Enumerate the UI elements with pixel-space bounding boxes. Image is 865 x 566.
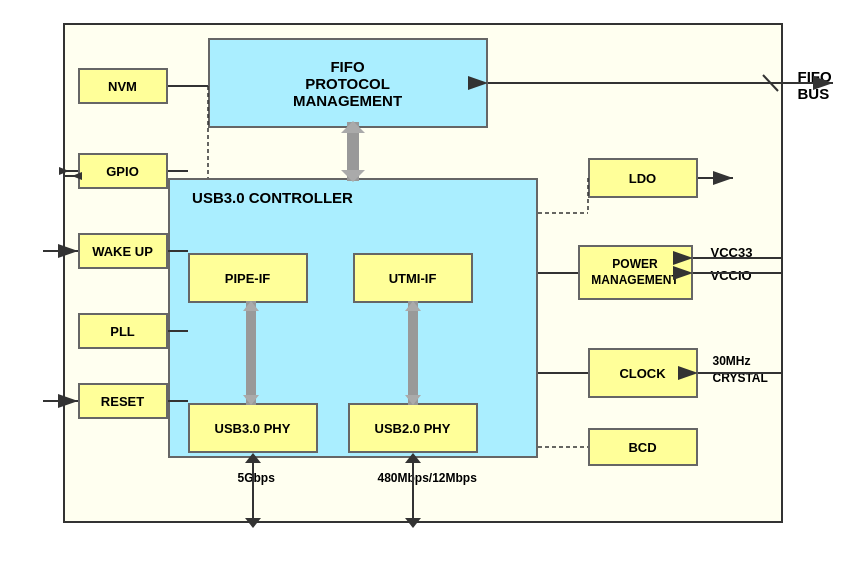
gpio-block: GPIO bbox=[78, 153, 168, 189]
vccio-label: VCCIO bbox=[711, 268, 752, 283]
fifo-block: FIFO PROTOCOL MANAGEMENT bbox=[208, 38, 488, 128]
crystal-label: 30MHzCRYSTAL bbox=[713, 353, 768, 387]
wake-up-block: WAKE UP bbox=[78, 233, 168, 269]
utmi-if-block: UTMI-IF bbox=[353, 253, 473, 303]
fifo-bus-label: FIFO BUS bbox=[798, 68, 843, 102]
power-mgmt-block: POWER MANAGEMENT bbox=[578, 245, 693, 300]
vcc33-label: VCC33 bbox=[711, 245, 753, 260]
bcd-block: BCD bbox=[588, 428, 698, 466]
clock-block: CLOCK bbox=[588, 348, 698, 398]
pll-block: PLL bbox=[78, 313, 168, 349]
fifo-label: FIFO PROTOCOL MANAGEMENT bbox=[293, 58, 402, 109]
nvm-block: NVM bbox=[78, 68, 168, 104]
speed-480-label: 480Mbps/12Mbps bbox=[378, 471, 477, 485]
usb3-phy-block: USB3.0 PHY bbox=[188, 403, 318, 453]
reset-block: RESET bbox=[78, 383, 168, 419]
speed-5g-label: 5Gbps bbox=[238, 471, 275, 485]
usb2-phy-block: USB2.0 PHY bbox=[348, 403, 478, 453]
ldo-block: LDO bbox=[588, 158, 698, 198]
usb-controller-label: USB3.0 CONTROLLER bbox=[183, 188, 363, 208]
pipe-if-block: PIPE-IF bbox=[188, 253, 308, 303]
